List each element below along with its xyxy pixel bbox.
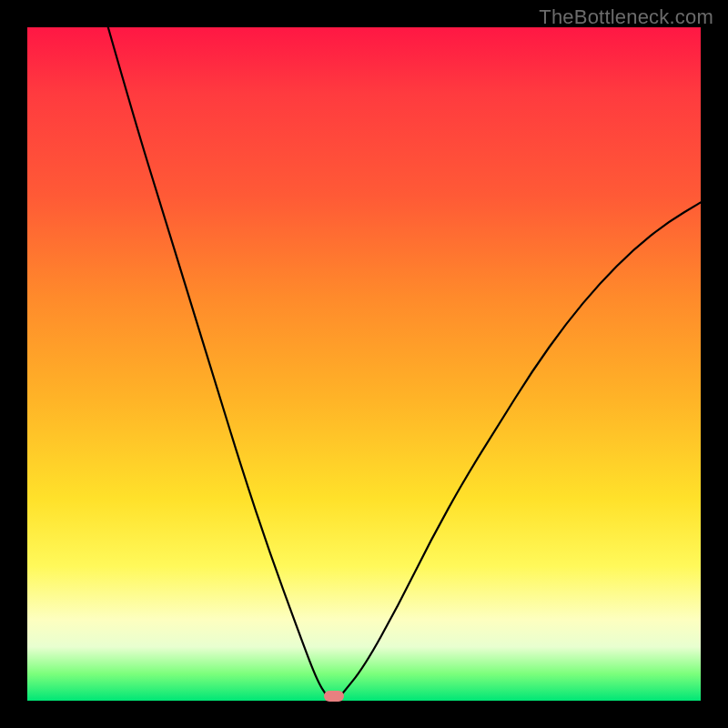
- plot-area: [27, 27, 701, 701]
- watermark-text: TheBottleneck.com: [539, 5, 713, 29]
- optimal-point-marker: [324, 691, 344, 702]
- bottleneck-curve: [27, 27, 701, 701]
- chart-frame: TheBottleneck.com: [0, 0, 728, 728]
